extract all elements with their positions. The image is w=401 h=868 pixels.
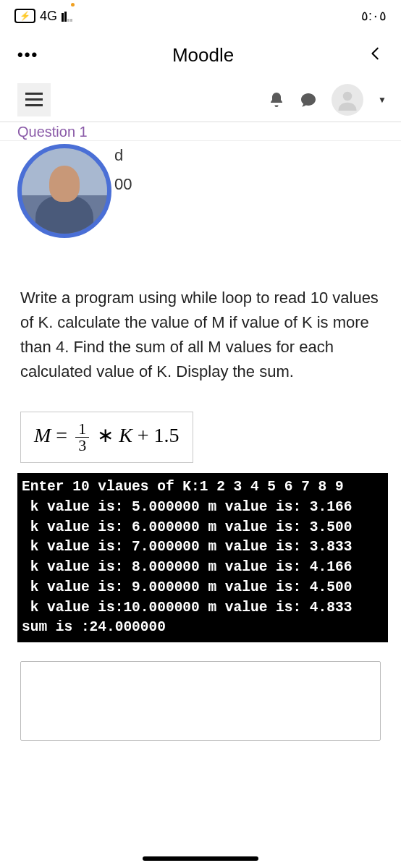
terminal-line-8: sum is :24.000000	[22, 619, 166, 635]
battery-icon: ⚡	[14, 9, 35, 23]
partial-line-2: 00	[114, 170, 132, 199]
back-button[interactable]	[368, 46, 384, 64]
partial-line-1: d	[114, 141, 132, 170]
formula-star: ∗	[97, 424, 114, 446]
terminal-line-7: k value is:10.000000 m value is: 4.833	[22, 600, 352, 616]
page-title: Moodle	[172, 44, 234, 67]
user-menu[interactable]	[332, 84, 363, 116]
toolbar: ▼	[0, 78, 401, 122]
status-time: ٥:٠٥	[361, 8, 387, 24]
chevron-left-icon	[368, 46, 384, 61]
user-icon	[337, 89, 358, 111]
formula-lhs: M	[34, 424, 51, 446]
network-label: 4G	[40, 9, 57, 24]
svg-point-3	[343, 92, 353, 101]
svg-rect-2	[25, 104, 43, 106]
notifications-icon[interactable]	[268, 91, 285, 109]
more-menu-button[interactable]: •••	[17, 46, 38, 64]
terminal-output: Enter 10 vlaues of K:1 2 3 4 5 6 7 8 9 k…	[17, 473, 388, 642]
formula-den: 3	[75, 438, 89, 454]
partial-text: d 00	[114, 141, 132, 198]
formula-k: K	[119, 424, 132, 446]
instructor-avatar[interactable]	[17, 144, 111, 238]
signal-icon	[62, 10, 72, 22]
toolbar-right: ▼	[268, 84, 387, 116]
terminal-line-6: k value is: 9.000000 m value is: 4.500	[22, 579, 352, 595]
terminal-line-1: Enter 10 vlaues of K:1 2 3 4 5 6 7 8 9	[22, 479, 352, 495]
terminal-line-3: k value is: 6.000000 m value is: 3.500	[22, 519, 352, 535]
caret-down-icon[interactable]: ▼	[378, 95, 387, 105]
terminal-line-4: k value is: 7.000000 m value is: 3.833	[22, 539, 352, 555]
status-left: ⚡ 4G	[14, 9, 72, 24]
app-header: ••• Moodle	[0, 32, 401, 78]
svg-rect-0	[25, 93, 43, 95]
formula-plus: + 1.5	[138, 424, 180, 446]
avatar-section: d 00	[17, 141, 384, 250]
question-label: Question 1	[0, 122, 401, 141]
terminal-line-2: k value is: 5.000000 m value is: 3.166	[22, 499, 352, 515]
formula-num: 1	[75, 421, 89, 438]
indicator-dot	[71, 3, 75, 7]
home-indicator[interactable]	[143, 856, 258, 861]
terminal-line-5: k value is: 8.000000 m value is: 4.166	[22, 559, 352, 575]
question-text: Write a program using while loop to read…	[0, 250, 401, 399]
svg-rect-1	[25, 98, 43, 101]
status-bar: ⚡ 4G ٥:٠٥	[0, 0, 401, 32]
answer-input[interactable]	[20, 661, 381, 741]
messages-icon[interactable]	[300, 91, 317, 109]
formula-fraction: 1 3	[75, 421, 89, 454]
menu-button[interactable]	[17, 83, 51, 116]
hamburger-icon	[25, 93, 43, 107]
formula-eq: =	[56, 424, 67, 446]
formula: M = 1 3 ∗ K + 1.5	[20, 412, 193, 463]
